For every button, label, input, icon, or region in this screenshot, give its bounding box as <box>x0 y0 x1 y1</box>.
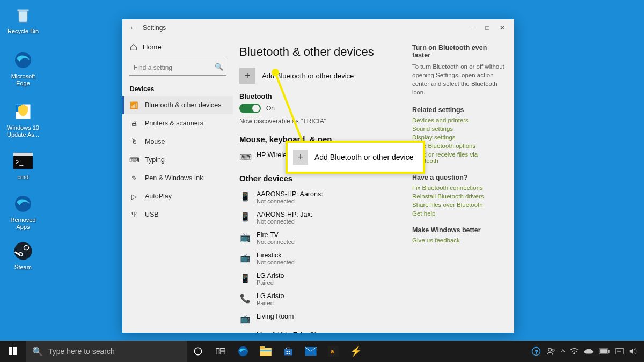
window-titlebar: ← Settings – □ ✕ <box>122 19 514 36</box>
nav-usb[interactable]: ΨUSB <box>122 205 233 224</box>
help-link[interactable]: Reinstall Bluetooth drivers <box>412 193 504 200</box>
taskbar-app-generic[interactable]: ⚡ <box>345 341 367 362</box>
bluetooth-toggle[interactable]: On <box>239 104 402 113</box>
desktop-icon-label: Windows 10 Update As... <box>4 124 42 138</box>
nav-typing[interactable]: ⌨Typing <box>122 151 233 169</box>
device-item[interactable]: 📺Meg & Kids Echo Show <box>239 328 402 333</box>
svg-point-35 <box>574 353 575 354</box>
taskbar-app-mail[interactable] <box>299 341 322 362</box>
steam-icon <box>12 240 34 262</box>
related-heading: Related settings <box>412 106 504 114</box>
related-link[interactable]: Devices and printers <box>412 117 504 123</box>
taskbar-app-store[interactable] <box>277 341 299 362</box>
svg-rect-25 <box>289 351 290 352</box>
related-link[interactable]: Display settings <box>412 134 504 141</box>
pen-icon: ✎ <box>130 174 138 182</box>
device-item[interactable]: 📺Fire TVNot connected <box>239 228 402 248</box>
svg-point-34 <box>552 349 554 352</box>
related-link[interactable]: Sound settings <box>412 125 504 132</box>
svg-rect-11 <box>9 347 12 351</box>
svg-rect-12 <box>13 347 17 351</box>
tray-wifi-icon[interactable] <box>570 348 579 355</box>
svg-rect-24 <box>287 351 288 352</box>
other-devices-heading: Other devices <box>239 174 402 183</box>
taskbar-app-amazon[interactable]: a <box>322 341 345 362</box>
svg-rect-38 <box>601 350 608 353</box>
tray-people-icon[interactable] <box>546 346 556 356</box>
nav-mouse[interactable]: 🖱Mouse <box>122 132 233 151</box>
device-icon: 📱 <box>239 190 251 202</box>
desktop-icon-label: Removed Apps <box>4 217 42 231</box>
taskbar-app-edge[interactable] <box>232 341 254 362</box>
tray-onedrive-icon[interactable] <box>584 348 594 354</box>
desktop-icon-removed-apps[interactable]: Removed Apps <box>4 193 42 231</box>
device-item[interactable]: 📱LG AristoPaired <box>239 269 402 289</box>
svg-text:a: a <box>331 348 334 354</box>
nav-pen-ink[interactable]: ✎Pen & Windows Ink <box>122 169 233 187</box>
nav-bluetooth-other-devices[interactable]: 📶Bluetooth & other devices <box>122 96 233 114</box>
nav-autoplay[interactable]: ▷AutoPlay <box>122 187 233 205</box>
device-item[interactable]: 📺FirestickNot connected <box>239 248 402 269</box>
tray-battery-icon[interactable] <box>599 348 610 354</box>
start-button[interactable] <box>0 341 26 362</box>
svg-rect-14 <box>13 351 17 355</box>
taskbar: 🔍 Type here to search a ⚡ ? ^ <box>0 341 644 362</box>
search-input[interactable] <box>129 60 226 76</box>
device-icon: 📺 <box>239 231 251 243</box>
close-button[interactable]: ✕ <box>495 24 510 32</box>
maximize-button[interactable]: □ <box>480 24 495 32</box>
back-button[interactable]: ← <box>127 24 140 32</box>
desktop-icon-recycle-bin[interactable]: Recycle Bin <box>4 4 42 35</box>
svg-text:?: ? <box>535 349 538 354</box>
nav-home-label: Home <box>143 43 162 51</box>
task-view-button[interactable] <box>209 341 232 362</box>
nav-printers-scanners[interactable]: 🖨Printers & scanners <box>122 114 233 132</box>
recycle-bin-icon <box>12 4 34 26</box>
related-link[interactable]: Send or receive files via Bluetooth <box>412 151 504 164</box>
cortana-button[interactable] <box>187 341 209 362</box>
desktop-icon-edge[interactable]: Microsoft Edge <box>4 49 42 87</box>
svg-rect-21 <box>260 346 265 349</box>
add-device-button[interactable]: + Add Bluetooth or other device <box>239 68 402 84</box>
device-item[interactable]: 📺Living Room <box>239 309 402 328</box>
device-item[interactable]: 📱AARONS-HP: Jax:Not connected <box>239 208 402 228</box>
related-link[interactable]: More Bluetooth options <box>412 143 504 149</box>
tray-chevron-up-icon[interactable]: ^ <box>561 348 565 356</box>
settings-search[interactable]: 🔍 <box>129 60 226 76</box>
device-item[interactable]: 📱AARONS-HP: Aarons:Not connected <box>239 187 402 208</box>
desktop-icon-win10-update[interactable]: Windows 10 Update As... <box>4 101 42 138</box>
device-item[interactable]: 📞LG AristoPaired <box>239 289 402 309</box>
minimize-button[interactable]: – <box>465 24 480 32</box>
svg-rect-37 <box>609 350 610 353</box>
sidebar-section-heading: Devices <box>122 80 233 96</box>
tip-text: To turn Bluetooth on or off without open… <box>412 62 504 97</box>
device-icon: 📺 <box>239 313 251 324</box>
annotation-text: Add Bluetooth or other device <box>314 153 413 161</box>
feedback-link[interactable]: Give us feedback <box>412 237 504 243</box>
search-icon: 🔍 <box>32 346 43 357</box>
help-link[interactable]: Get help <box>412 210 504 217</box>
nav-home[interactable]: Home <box>122 39 233 55</box>
device-icon: 📱 <box>239 211 251 223</box>
svg-point-33 <box>548 348 552 351</box>
help-link[interactable]: Share files over Bluetooth <box>412 202 504 208</box>
tray-input-icon[interactable] <box>615 348 624 355</box>
taskbar-search[interactable]: 🔍 Type here to search <box>26 341 187 362</box>
tray-help-icon[interactable]: ? <box>531 346 541 356</box>
mouse-icon: 🖱 <box>130 137 138 146</box>
taskbar-app-explorer[interactable] <box>254 341 277 362</box>
tray-volume-icon[interactable] <box>629 348 638 355</box>
desktop-icon-label: Recycle Bin <box>4 28 42 35</box>
system-tray: ? ^ <box>525 346 644 356</box>
help-link[interactable]: Fix Bluetooth connections <box>412 184 504 191</box>
toggle-on-label: On <box>266 105 275 112</box>
svg-text:>_: >_ <box>16 158 24 166</box>
settings-window: ← Settings – □ ✕ Home 🔍 Devices 📶Bluetoo… <box>122 19 514 333</box>
svg-rect-27 <box>289 353 290 354</box>
windows-icon <box>9 347 17 356</box>
desktop-icon-steam[interactable]: Steam <box>4 240 42 271</box>
svg-rect-18 <box>220 352 225 354</box>
desktop-icon-cmd[interactable]: >_ cmd <box>4 150 42 181</box>
keyboard-icon: ⌨ <box>239 151 251 163</box>
taskbar-search-placeholder: Type here to search <box>48 347 115 356</box>
